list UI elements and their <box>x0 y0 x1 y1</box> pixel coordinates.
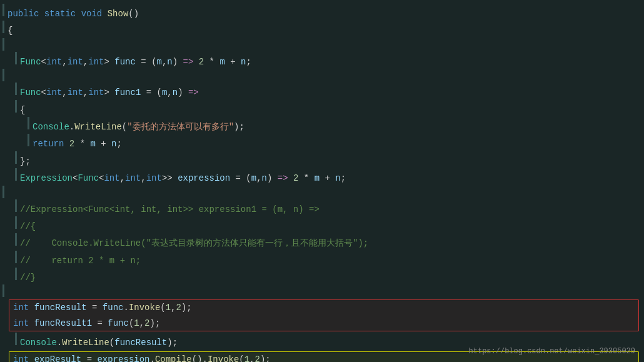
gutter-5 <box>0 69 8 81</box>
line-comment-3: // Console.WriteLine("表达式目录树的方法体只能有一行，且不… <box>0 233 644 250</box>
red-highlight-box: int funcResult = func.Invoke(1, 2); int … <box>9 299 639 331</box>
line-console-writeline-1: Console.WriteLine("委托的方法体可以有多行"); <box>0 117 644 134</box>
kw-static: static <box>44 7 76 21</box>
gutter-7 <box>13 100 20 113</box>
gutter-18 <box>0 284 8 297</box>
code-block: public static void Show() { Func<int, in… <box>0 0 644 362</box>
gutter-4 <box>13 52 20 64</box>
kw-public: public <box>8 7 39 21</box>
gutter-6 <box>13 83 20 95</box>
gutter-13 <box>13 199 20 212</box>
line-brace-open: { <box>0 21 644 38</box>
line-blank-4 <box>0 284 644 298</box>
line-comment-4: // return 2 * m + n; <box>0 251 644 268</box>
line-blank-1 <box>0 38 644 52</box>
line-1: public static void Show() <box>0 4 644 21</box>
line-comment-5: //} <box>0 268 644 284</box>
watermark: https://blog.csdn.net/weixin_39305029 <box>469 347 635 356</box>
gutter-2 <box>0 21 8 33</box>
gutter-10 <box>13 151 20 164</box>
gutter-17 <box>13 268 20 280</box>
gutter-8 <box>25 117 33 129</box>
gutter-16 <box>13 251 20 263</box>
gutter-3 <box>0 38 8 51</box>
line-func1-brace-open: { <box>0 100 644 117</box>
gutter-15 <box>13 233 20 246</box>
line-func1-decl: Func<int, int, int> func1 = (m, n) => <box>0 83 644 99</box>
gutter-12 <box>0 186 8 198</box>
line-blank-2 <box>0 69 644 83</box>
gutter-1 <box>0 4 8 16</box>
gutter-19 <box>13 333 20 345</box>
line-blank-3 <box>0 186 644 199</box>
kw-void: void <box>81 7 103 21</box>
line-comment-2: //{ <box>0 216 644 233</box>
code-editor: public static void Show() { Func<int, in… <box>0 0 644 362</box>
line-comment-1: //Expression<Func<int, int, int>> expres… <box>0 199 644 216</box>
line-funcresult1: int funcResult1 = func(1, 2); <box>9 316 638 331</box>
gutter-14 <box>13 216 20 229</box>
line-func-decl: Func<int, int, int> func = (m, n) => 2 *… <box>0 52 644 69</box>
fn-show: Show <box>108 7 129 21</box>
gutter-11 <box>13 168 20 181</box>
gutter-9 <box>25 134 33 146</box>
line-return: return 2 * m + n; <box>0 134 644 151</box>
line-func1-brace-close: }; <box>0 151 644 168</box>
line-funcresult: int funcResult = func.Invoke(1, 2); <box>9 300 638 315</box>
line-expression-decl: Expression<Func<int, int, int>> expressi… <box>0 168 644 185</box>
